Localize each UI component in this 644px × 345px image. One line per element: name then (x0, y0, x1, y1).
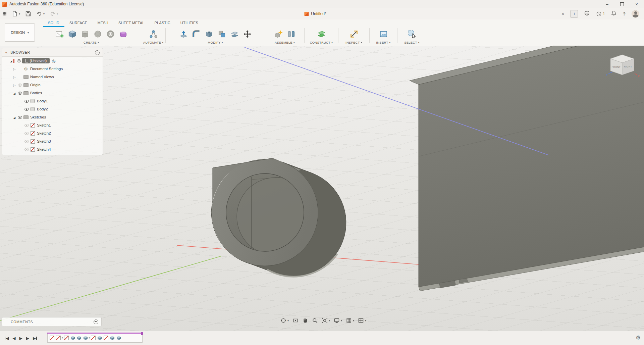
minimize-panel-button[interactable] (94, 319, 98, 324)
display-settings-button[interactable]: ▾ (334, 317, 342, 324)
visibility-eye-icon[interactable] (17, 114, 23, 120)
notification-center-button[interactable]: 1 (596, 11, 605, 17)
automate-menu[interactable]: AUTOMATE▾ (143, 41, 164, 44)
skip-to-start-button[interactable]: ◀ (5, 336, 9, 341)
browser-item-document-settings[interactable]: Document Settings (2, 65, 103, 73)
torus-primitive-button[interactable] (105, 28, 116, 40)
create-sketch-button[interactable] (54, 28, 65, 40)
app-grid-menu-button[interactable] (3, 12, 7, 16)
browser-item-sketch1[interactable]: Sketch1 (2, 121, 103, 129)
modify-menu[interactable]: MODIFY▾ (208, 41, 223, 44)
step-forward-button[interactable]: ▶ (26, 336, 29, 341)
construct-menu[interactable]: CONSTRUCT▾ (310, 41, 333, 44)
play-button[interactable]: ▶ (19, 336, 22, 341)
timeline-extrude-feature[interactable] (83, 335, 88, 341)
browser-item-named-views[interactable]: Named Views (2, 73, 103, 81)
comments-panel[interactable]: COMMENTS (2, 317, 101, 326)
select-menu[interactable]: SELECT▾ (404, 41, 419, 44)
tab-plastic[interactable]: PLASTIC (150, 19, 175, 27)
browser-item-sketch4[interactable]: Sketch4 (2, 145, 103, 153)
browser-item-sketch2[interactable]: Sketch2 (2, 129, 103, 137)
browser-item-sketch3[interactable]: Sketch3 (2, 137, 103, 145)
timeline-extrude-feature[interactable] (110, 335, 115, 341)
expand-toggle[interactable] (12, 115, 17, 119)
step-back-button[interactable]: ◀ (12, 336, 15, 341)
box-primitive-button[interactable] (66, 28, 78, 40)
sphere-primitive-button[interactable] (92, 28, 103, 40)
pan-button[interactable] (302, 317, 308, 324)
look-at-button[interactable] (292, 317, 299, 324)
close-tab-button[interactable]: × (561, 11, 564, 16)
measure-button[interactable] (348, 28, 360, 40)
visibility-eye-icon[interactable] (23, 131, 30, 136)
minimize-panel-button[interactable] (95, 50, 100, 55)
visibility-eye-icon[interactable] (23, 122, 30, 128)
workspace-selector[interactable]: DESIGN ▾ (5, 23, 35, 42)
close-button[interactable]: × (629, 0, 644, 8)
tab-utilities[interactable]: UTILITIES (175, 19, 203, 27)
tab-sheet-metal[interactable]: SHEET METAL (113, 19, 150, 27)
joint-button[interactable] (285, 28, 297, 40)
help-button[interactable]: ? (623, 11, 626, 16)
browser-item-body1[interactable]: Body1 (2, 97, 103, 105)
job-status-button[interactable] (584, 10, 590, 17)
insert-menu[interactable]: INSERT▾ (376, 41, 390, 44)
timeline-extrude-feature[interactable] (76, 335, 82, 341)
expand-toggle[interactable] (9, 59, 13, 63)
browser-item-bodies[interactable]: Bodies (2, 89, 103, 97)
timeline-sketch-feature[interactable] (91, 335, 96, 341)
maximize-button[interactable] (614, 0, 629, 8)
select-button[interactable] (406, 28, 418, 40)
create-menu[interactable]: CREATE▾ (84, 41, 99, 44)
body2-geometry[interactable] (410, 46, 644, 291)
timeline-sketch-feature[interactable] (64, 335, 69, 341)
skip-to-end-button[interactable]: ▶ (33, 336, 37, 341)
feature-dropdown-caret[interactable]: ▾ (89, 337, 90, 339)
redo-button[interactable]: ▾ (50, 11, 58, 17)
expand-toggle[interactable] (12, 91, 17, 95)
offset-face-button[interactable] (229, 28, 240, 40)
press-pull-button[interactable] (178, 28, 189, 40)
browser-item-sketches[interactable]: Sketches (2, 113, 103, 121)
assemble-menu[interactable]: ASSEMBLE▾ (275, 41, 295, 44)
move-copy-button[interactable] (241, 28, 253, 40)
browser-item-body2[interactable]: Body2 (2, 105, 103, 113)
model-canvas[interactable]: FRONT RIGHT Z X « BROWSER (Unsav (0, 46, 644, 331)
expand-toggle[interactable] (12, 67, 17, 71)
orbit-button[interactable]: ▾ (280, 317, 289, 324)
viewcube-right-face[interactable]: RIGHT (624, 65, 632, 68)
fit-button[interactable]: ▾ (322, 317, 330, 324)
timeline-settings-gear-icon[interactable]: ⚙ (636, 335, 641, 341)
save-button[interactable] (25, 11, 31, 17)
minimize-button[interactable]: – (600, 0, 614, 8)
document-tab[interactable]: Untitled* (304, 8, 326, 19)
visibility-eye-icon[interactable] (16, 58, 22, 63)
timeline-sketch-feature[interactable] (103, 335, 109, 341)
collapse-panel-icon[interactable]: « (5, 50, 8, 55)
file-menu-button[interactable]: ▾ (12, 11, 20, 17)
tab-surface[interactable]: SURFACE (64, 19, 92, 27)
browser-item-origin[interactable]: Origin (2, 81, 103, 89)
timeline-sketch-feature[interactable] (49, 335, 55, 341)
visibility-eye-icon[interactable] (23, 106, 30, 112)
visibility-eye-icon[interactable] (23, 139, 30, 144)
feature-dropdown-caret[interactable]: ▾ (62, 337, 63, 339)
browser-item-root-document[interactable]: (Unsaved) ◎ (2, 57, 103, 65)
timeline-extrude-feature[interactable] (70, 335, 75, 341)
visibility-eye-icon[interactable] (23, 98, 30, 104)
combine-button[interactable] (216, 28, 227, 40)
grid-settings-button[interactable]: ▾ (346, 317, 354, 324)
cylinder-primitive-button[interactable] (79, 28, 91, 40)
viewcube-front-face[interactable]: FRONT (612, 66, 621, 68)
visibility-eye-icon[interactable] (17, 82, 23, 88)
shell-button[interactable] (203, 28, 215, 40)
inspect-menu[interactable]: INSPECT▾ (345, 41, 362, 44)
expand-toggle[interactable] (12, 83, 17, 87)
body1-geometry[interactable] (211, 158, 346, 277)
new-component-button[interactable] (273, 28, 284, 40)
timeline-sketch-feature[interactable] (56, 335, 61, 341)
construction-plane-button[interactable] (316, 28, 327, 40)
user-avatar[interactable] (632, 10, 639, 18)
timeline-extrude-feature[interactable] (97, 335, 102, 341)
fillet-button[interactable] (191, 28, 202, 40)
